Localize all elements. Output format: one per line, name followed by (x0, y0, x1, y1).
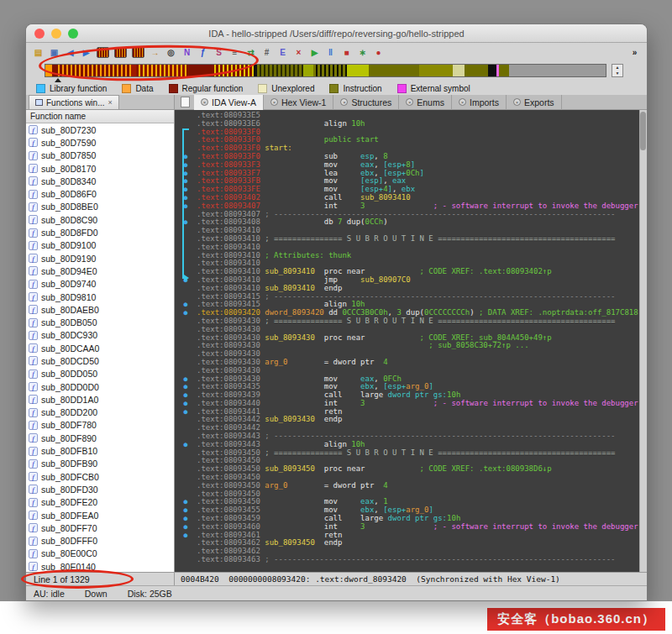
function-item[interactable]: fsub_80DFB90 (26, 458, 174, 470)
function-item[interactable]: fsub_80D9810 (26, 291, 174, 303)
navigate-forward-icon[interactable]: ▶ (79, 45, 93, 59)
minimize-window-icon[interactable] (51, 29, 61, 39)
navband-segment[interactable] (45, 65, 52, 76)
disasm-line[interactable]: .text:08093463 ; -----------------------… (175, 556, 647, 564)
navband-segment[interactable] (499, 65, 509, 76)
tab-close-icon[interactable]: × (513, 98, 521, 106)
tab-functions-window[interactable]: Functions win... × (29, 95, 119, 109)
navband-segment[interactable] (347, 65, 369, 76)
view-tab-exports[interactable]: ×Exports (507, 95, 562, 110)
jump-address-icon[interactable]: → (148, 45, 162, 59)
function-item[interactable]: fsub_80E0140 (26, 560, 174, 572)
cancel-analysis-icon[interactable]: × (291, 45, 306, 59)
segments-icon[interactable]: ≡ (228, 45, 242, 59)
overflow-chevron-icon[interactable]: » (627, 45, 642, 59)
function-list-header[interactable]: Function name (26, 110, 174, 123)
navband-segment[interactable] (212, 65, 254, 76)
function-item[interactable]: fsub_80DF780 (26, 419, 174, 432)
navband-segment[interactable] (465, 65, 488, 76)
function-item[interactable]: fsub_80D9100 (26, 239, 174, 252)
tab-close-icon[interactable]: × (270, 98, 278, 106)
function-item[interactable]: fsub_80D94E0 (26, 265, 174, 277)
function-item[interactable]: fsub_80D86F0 (26, 187, 174, 200)
close-window-icon[interactable] (34, 29, 45, 39)
navband-spinner[interactable]: ▲ ▼ (612, 64, 623, 77)
navband-segment[interactable] (303, 65, 313, 76)
function-item[interactable]: fsub_80D9190 (26, 252, 174, 265)
function-item[interactable]: fsub_80DC930 (26, 329, 174, 342)
function-item[interactable]: fsub_80D9740 (26, 278, 174, 291)
names-window-icon[interactable]: N (180, 45, 194, 59)
function-item[interactable]: fsub_80DFB10 (26, 444, 174, 457)
navigation-band[interactable] (45, 64, 606, 77)
view-tab-imports[interactable]: ×Imports (452, 95, 507, 110)
navband-reset-icon[interactable] (132, 47, 144, 58)
function-item[interactable]: fsub_80DD1A0 (26, 393, 174, 406)
function-item[interactable]: fsub_80E00C0 (26, 548, 174, 560)
start-process-icon[interactable]: ▶ (307, 45, 322, 59)
search-icon[interactable]: ◎ (164, 45, 178, 59)
function-item[interactable]: fsub_80D7590 (26, 136, 174, 149)
function-item[interactable]: fsub_80DCAA0 (26, 342, 174, 354)
navband-segment[interactable] (488, 65, 496, 76)
tab-close-icon[interactable]: × (340, 98, 348, 106)
navband-segment[interactable] (369, 65, 419, 76)
save-icon[interactable]: ▣ (47, 45, 61, 59)
navband-spinner-down-icon[interactable]: ▼ (616, 71, 620, 76)
navband-zoom-in-icon[interactable] (114, 47, 127, 58)
view-tab-structures[interactable]: ×Structures (333, 95, 399, 110)
titlebar[interactable]: IDA - hello-stripped /Users/diff/repo/re… (26, 24, 647, 43)
function-item[interactable]: fsub_80DCD50 (26, 354, 174, 367)
stop-process-icon[interactable]: ■ (339, 45, 354, 59)
enums-icon[interactable]: E (276, 45, 290, 59)
function-item[interactable]: fsub_80DFCB0 (26, 470, 174, 483)
view-tab-hex-view-1[interactable]: ×Hex View-1 (264, 95, 334, 110)
function-item[interactable]: fsub_80D8FD0 (26, 226, 174, 238)
navband-segment[interactable] (186, 65, 212, 76)
function-item[interactable]: fsub_80D8170 (26, 162, 174, 175)
navband-segment[interactable] (419, 65, 453, 76)
function-item[interactable]: fsub_80DFD30 (26, 483, 174, 495)
pause-process-icon[interactable]: ‖ (323, 45, 338, 59)
navband-segment[interactable] (55, 65, 131, 76)
function-item[interactable]: fsub_80D8340 (26, 175, 174, 187)
navband-spinner-up-icon[interactable]: ▲ (616, 65, 620, 71)
function-item[interactable]: fsub_80DD0D0 (26, 380, 174, 393)
maximize-window-icon[interactable] (68, 29, 78, 39)
navigate-back-icon[interactable]: ◀ (63, 45, 77, 59)
tab-close-icon[interactable]: × (108, 98, 112, 107)
structures-icon[interactable]: # (260, 45, 274, 59)
function-item[interactable]: fsub_80DF890 (26, 432, 174, 444)
function-item[interactable]: fsub_80D8BE0 (26, 201, 174, 213)
tab-close-icon[interactable]: × (459, 98, 466, 106)
xrefs-icon[interactable]: ⇄ (244, 45, 258, 59)
function-item[interactable]: fsub_80DFFF0 (26, 535, 174, 548)
navband-segment[interactable] (257, 65, 303, 76)
open-file-icon[interactable]: ▤ (31, 45, 45, 59)
function-item[interactable]: fsub_80D7850 (26, 149, 174, 162)
disasm-scrollbar[interactable] (639, 110, 647, 572)
view-tab-ida-view-a[interactable]: ×IDA View-A (194, 95, 264, 110)
function-item[interactable]: fsub_80DD200 (26, 406, 174, 419)
function-item[interactable]: fsub_80DFEA0 (26, 509, 174, 521)
navband-zoom-out-icon[interactable] (97, 47, 109, 58)
function-item[interactable]: fsub_80DAEB0 (26, 303, 174, 316)
view-tab-enums[interactable]: ×Enums (399, 95, 452, 110)
function-item[interactable]: fsub_80D7230 (26, 123, 174, 136)
tab-close-icon[interactable]: × (201, 98, 208, 106)
navband-segment[interactable] (509, 65, 606, 76)
function-item[interactable]: fsub_80DB050 (26, 316, 174, 328)
functions-window-icon[interactable]: ƒ (196, 45, 210, 59)
navband-segment[interactable] (136, 65, 186, 76)
function-item[interactable]: fsub_80DFF70 (26, 521, 174, 534)
function-item[interactable]: fsub_80D8C90 (26, 213, 174, 226)
strings-window-icon[interactable]: S (212, 45, 226, 59)
debugger-options-icon[interactable]: ∗ (355, 45, 370, 59)
tab-close-icon[interactable]: × (406, 98, 413, 106)
navband-segment[interactable] (313, 65, 347, 76)
breakpoint-icon[interactable]: ● (371, 45, 386, 59)
function-item[interactable]: fsub_80DD050 (26, 368, 174, 380)
function-item[interactable]: fsub_80DFE20 (26, 496, 174, 509)
scrollbar-thumb[interactable] (640, 112, 646, 150)
navband-segment[interactable] (453, 65, 465, 76)
